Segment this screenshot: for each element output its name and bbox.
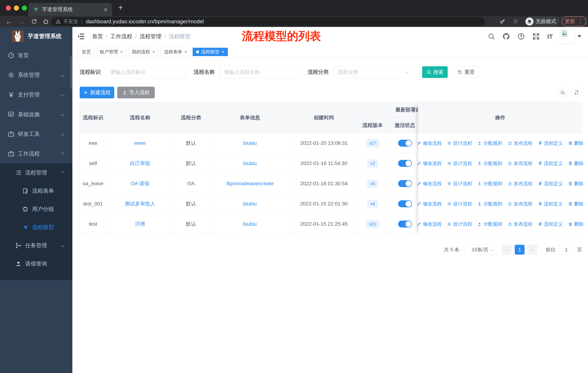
traffic-light-minimize[interactable] bbox=[14, 5, 19, 10]
browser-tab[interactable]: 芋道管理系统 × bbox=[28, 3, 112, 16]
sidebar-item-user-group[interactable]: 用户分组 bbox=[0, 200, 72, 218]
design-process-link[interactable]: 设计流程 bbox=[447, 181, 472, 187]
form-info-link[interactable]: biubiu bbox=[243, 201, 257, 207]
sidebar-fold-icon[interactable] bbox=[77, 32, 85, 40]
edit-process-link[interactable]: 修改流程 bbox=[417, 201, 442, 207]
process-definition-link[interactable]: 流程定义 bbox=[538, 201, 563, 207]
help-icon[interactable] bbox=[517, 33, 525, 40]
home-icon[interactable] bbox=[43, 18, 49, 25]
process-name-link[interactable]: 滔博 bbox=[135, 221, 145, 227]
active-toggle[interactable] bbox=[398, 200, 412, 207]
process-name-link[interactable]: OA 请假 bbox=[131, 180, 149, 187]
refresh-table-icon[interactable] bbox=[572, 88, 581, 97]
sidebar-item-workflow[interactable]: 工作流程 bbox=[0, 144, 72, 163]
url-bar[interactable]: 不安全 dashboard.yudao.iocoder.cn/bpm/manag… bbox=[51, 17, 485, 26]
sidebar-scrollbar[interactable] bbox=[71, 56, 72, 89]
fullscreen-icon[interactable] bbox=[532, 33, 540, 40]
process-name-link[interactable]: 测试多审批人 bbox=[125, 200, 155, 207]
github-icon[interactable] bbox=[502, 33, 510, 40]
avatar-caret-icon[interactable] bbox=[578, 35, 581, 38]
avatar[interactable] bbox=[560, 29, 575, 44]
form-info-link[interactable]: /bpm/oa/leave/create bbox=[226, 181, 274, 186]
next-page-button[interactable]: › bbox=[527, 245, 537, 255]
process-definition-link[interactable]: 流程定义 bbox=[538, 221, 563, 227]
assign-rule-link[interactable]: 分配规则 bbox=[477, 140, 502, 146]
form-info-link[interactable]: biubiu bbox=[243, 140, 257, 146]
search-button[interactable]: 搜索 bbox=[422, 66, 448, 78]
deploy-process-link[interactable]: 发布流程 bbox=[507, 160, 533, 167]
prev-page-button[interactable]: ‹ bbox=[502, 245, 512, 255]
key-icon[interactable] bbox=[499, 18, 506, 25]
reset-button[interactable]: 重置 bbox=[453, 66, 479, 78]
deploy-process-link[interactable]: 发布流程 bbox=[507, 201, 533, 207]
active-toggle[interactable] bbox=[398, 160, 412, 167]
goto-page-input[interactable] bbox=[559, 245, 574, 255]
assign-rule-link[interactable]: 分配规则 bbox=[477, 181, 502, 187]
deploy-process-link[interactable]: 发布流程 bbox=[507, 181, 533, 187]
design-process-link[interactable]: 设计流程 bbox=[447, 201, 472, 207]
back-icon[interactable]: ← bbox=[5, 18, 12, 25]
reload-icon[interactable] bbox=[31, 18, 37, 25]
sidebar-item-payment[interactable]: ¥ 支付管理 bbox=[0, 85, 72, 105]
sidebar-item-infra[interactable]: 基础设施 bbox=[0, 105, 72, 124]
tag-close-icon[interactable]: × bbox=[152, 49, 155, 55]
active-toggle[interactable] bbox=[398, 140, 412, 147]
process-name-link[interactable]: eeee bbox=[134, 140, 146, 146]
create-process-button[interactable]: 新建流程 bbox=[80, 87, 114, 98]
traffic-light-zoom[interactable] bbox=[22, 5, 27, 10]
toggle-search-icon[interactable] bbox=[558, 88, 567, 97]
tag-tenant-mgmt[interactable]: 租户管理 × bbox=[96, 48, 126, 56]
tag-process-model[interactable]: 流程模型 × bbox=[193, 48, 228, 56]
category-select[interactable]: 流程分类 bbox=[334, 66, 413, 78]
assign-rule-link[interactable]: 分配规则 bbox=[477, 160, 502, 167]
edit-process-link[interactable]: 修改流程 bbox=[417, 221, 442, 227]
sidebar-item-process-model[interactable]: 流程模型 bbox=[0, 218, 72, 236]
delete-link[interactable]: 删除 bbox=[568, 160, 584, 167]
tag-home[interactable]: 首页 bbox=[78, 48, 94, 56]
tag-close-icon[interactable]: × bbox=[184, 49, 187, 55]
bookmark-star-icon[interactable]: ☆ bbox=[513, 18, 518, 25]
delete-link[interactable]: 删除 bbox=[568, 140, 584, 146]
breadcrumb-process-mgmt[interactable]: 流程管理 bbox=[140, 33, 161, 40]
page-size-select[interactable]: 10条/页 bbox=[464, 245, 496, 255]
font-size-icon[interactable]: tT bbox=[547, 33, 553, 40]
browser-menu-icon[interactable]: ⋮ bbox=[578, 18, 583, 25]
design-process-link[interactable]: 设计流程 bbox=[447, 221, 472, 227]
sidebar-item-task-mgmt[interactable]: 任务管理 bbox=[0, 236, 72, 255]
deploy-process-link[interactable]: 发布流程 bbox=[507, 221, 533, 227]
breadcrumb-workflow[interactable]: 工作流程 bbox=[110, 33, 132, 40]
current-page-button[interactable]: 1 bbox=[515, 245, 525, 255]
design-process-link[interactable]: 设计流程 bbox=[447, 160, 472, 167]
assign-rule-link[interactable]: 分配规则 bbox=[477, 221, 502, 227]
sidebar-item-system[interactable]: 系统管理 bbox=[0, 65, 72, 85]
browser-update-button[interactable]: 更新 ⋮ bbox=[562, 16, 586, 26]
deploy-process-link[interactable]: 发布流程 bbox=[507, 140, 533, 146]
sidebar-item-devtools[interactable]: 研发工具 bbox=[0, 124, 72, 144]
active-toggle[interactable] bbox=[398, 180, 412, 187]
traffic-light-close[interactable] bbox=[6, 5, 11, 10]
process-definition-link[interactable]: 流程定义 bbox=[538, 181, 563, 187]
design-process-link[interactable]: 设计流程 bbox=[447, 140, 472, 146]
tag-my-process[interactable]: 我的流程 × bbox=[128, 48, 158, 56]
sidebar-item-process-form[interactable]: 流程表单 bbox=[0, 182, 72, 200]
edit-process-link[interactable]: 修改流程 bbox=[417, 181, 442, 187]
delete-link[interactable]: 删除 bbox=[568, 221, 584, 227]
active-toggle[interactable] bbox=[398, 221, 412, 227]
tag-process-form[interactable]: 流程表单 × bbox=[160, 48, 190, 56]
sidebar-item-process-mgmt[interactable]: 流程管理 bbox=[0, 163, 72, 182]
breadcrumb-home[interactable]: 首页 bbox=[92, 33, 103, 40]
header-search-icon[interactable] bbox=[488, 33, 495, 40]
process-id-input[interactable] bbox=[106, 66, 185, 78]
process-definition-link[interactable]: 流程定义 bbox=[538, 160, 563, 167]
assign-rule-link[interactable]: 分配规则 bbox=[477, 201, 502, 207]
sidebar-item-leave-query[interactable]: 请假查询 bbox=[0, 255, 72, 273]
process-name-link[interactable]: 自己审批 bbox=[130, 160, 150, 167]
process-name-input[interactable] bbox=[220, 66, 299, 78]
form-info-link[interactable]: biubiu bbox=[243, 221, 257, 227]
form-info-link[interactable]: biubiu bbox=[243, 161, 257, 166]
new-tab-icon[interactable]: + bbox=[118, 2, 123, 12]
import-process-button[interactable]: 导入流程 bbox=[117, 87, 155, 98]
forward-icon[interactable]: → bbox=[18, 18, 25, 25]
delete-link[interactable]: 删除 bbox=[568, 181, 584, 187]
delete-link[interactable]: 删除 bbox=[568, 201, 584, 207]
